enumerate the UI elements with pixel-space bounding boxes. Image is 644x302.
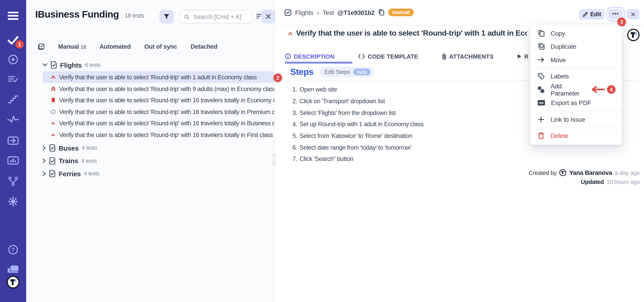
status-badge: manual — [388, 8, 414, 16]
analytics-icon[interactable] — [0, 156, 26, 165]
folder-ferries[interactable]: Ferries 4 tests — [42, 169, 100, 178]
breadcrumb-folder[interactable]: Flights — [295, 9, 313, 16]
import-icon[interactable] — [0, 136, 26, 146]
folder-trains[interactable]: Trains 4 tests — [42, 157, 97, 165]
info-icon — [285, 53, 291, 59]
svg-text:?: ? — [12, 247, 15, 253]
tab-manual[interactable]: Manual18 — [58, 43, 86, 50]
steps-icon[interactable] — [0, 95, 26, 105]
reporter-avatar[interactable] — [627, 28, 640, 41]
test-row[interactable]: Verify that the user is able to select '… — [43, 117, 274, 129]
author-name[interactable]: Yana Baranova — [569, 169, 612, 176]
suite-doc-icon — [50, 61, 57, 68]
test-row[interactable]: Verify that the user is able to select '… — [43, 129, 274, 141]
test-row[interactable]: Verify that the user is able to select '… — [43, 83, 274, 95]
chevron-right-icon[interactable] — [42, 145, 46, 150]
menu-item-duplicate[interactable]: Duplicate — [530, 40, 622, 53]
settings-gear-icon[interactable] — [0, 196, 26, 207]
docs-icon[interactable] — [0, 264, 26, 274]
search-box[interactable] — [180, 10, 252, 23]
menu-item-labels[interactable]: Labels — [530, 70, 622, 83]
test-id[interactable]: @T1e9301b2 — [338, 9, 375, 16]
tab-description[interactable]: DESCRIPTION — [285, 53, 334, 60]
help-icon[interactable]: ? — [0, 244, 26, 255]
project-title: IBusiness Funding — [35, 9, 119, 20]
hamburger-menu-icon[interactable] — [0, 11, 26, 21]
priority-high-icon — [50, 74, 56, 80]
run-play-icon[interactable] — [0, 54, 26, 65]
tab-out-of-sync[interactable]: Out of sync — [144, 43, 177, 50]
tab-run[interactable]: R — [517, 53, 528, 60]
step-item: 2.Click on 'Transport' dropdown list — [292, 95, 424, 107]
close-icon: ✕ — [630, 10, 636, 18]
annotation-badge-1: 1 — [15, 40, 24, 49]
code-icon — [358, 54, 365, 59]
duplicate-icon — [538, 43, 545, 50]
folder-buses[interactable]: Buses 4 tests — [42, 144, 97, 152]
folder-flights[interactable]: Flights 6 tests — [42, 61, 100, 69]
menu-divider — [530, 127, 622, 128]
test-row-selected[interactable]: Verify that the user is able to select '… — [43, 71, 274, 83]
menu-item-delete[interactable]: Delete — [530, 129, 622, 142]
created-by-line: Created by Yana Baranova a day ago — [529, 168, 640, 177]
annotation-badge-4: 4 — [607, 85, 616, 94]
created-time: a day ago — [615, 169, 640, 176]
priority-normal-icon — [50, 109, 56, 114]
checklist-icon[interactable] — [38, 43, 45, 50]
play-icon — [517, 54, 522, 59]
menu-item-export-pdf[interactable]: PDF Export as PDF — [530, 96, 622, 109]
menu-item-add-parameter[interactable]: Add Parameter 4 — [530, 83, 622, 96]
edit-steps-button[interactable]: Edit Steps beta — [320, 67, 373, 77]
test-title-row: Verify that the user is able to select '… — [288, 29, 527, 38]
parameters-gears-icon — [538, 86, 545, 93]
breadcrumb-test-label: Test — [322, 9, 334, 16]
search-input[interactable] — [192, 13, 248, 20]
updated-time: 10 hours ago — [606, 178, 640, 185]
tab-code-template[interactable]: CODE TEMPLATE — [358, 53, 418, 60]
panel-close-button[interactable] — [261, 9, 275, 23]
pulse-icon[interactable] — [0, 115, 26, 124]
arrow-right-icon — [538, 57, 545, 63]
active-tab-underline — [285, 62, 352, 63]
annotation-badge-2: 2 — [274, 73, 282, 82]
priority-high-icon — [50, 121, 56, 126]
menu-item-move[interactable]: Move — [530, 53, 622, 66]
detail-close-button[interactable]: ✕ — [626, 9, 640, 19]
tab-automated[interactable]: Automated — [100, 43, 131, 50]
edit-button[interactable]: Edit — [579, 9, 605, 19]
filter-button[interactable] — [159, 10, 174, 23]
test-row[interactable]: Verify that the user is able to select '… — [43, 94, 274, 106]
step-item: 5.Select from 'Katowice' to 'Rome' desti… — [292, 130, 424, 142]
priority-critical-icon — [50, 86, 56, 91]
app-root: ? 1 IBusiness Funding 18 tests Ma — [0, 0, 644, 302]
menu-item-link-to-issue[interactable]: Link to Issue — [530, 113, 622, 126]
menu-item-copy[interactable]: Copy — [530, 26, 622, 40]
pencil-icon — [582, 11, 588, 17]
tab-attachments[interactable]: ATTACHMENTS — [442, 53, 494, 60]
branches-icon[interactable] — [0, 176, 26, 187]
updated-line: Updated 10 hours ago — [529, 177, 640, 186]
chevron-down-icon[interactable] — [42, 63, 48, 67]
close-icon — [265, 13, 271, 19]
chevron-right-icon[interactable] — [42, 171, 46, 176]
priority-high-icon — [50, 132, 56, 137]
ellipsis-icon: ••• — [612, 10, 619, 16]
menu-divider — [530, 111, 622, 111]
test-row[interactable]: Verify that the user is able to select '… — [43, 106, 274, 118]
test-runs-icon[interactable] — [0, 74, 26, 84]
test-meta: Created by Yana Baranova a day ago Updat… — [529, 168, 640, 186]
steps-heading: Steps — [290, 67, 314, 77]
paperclip-icon — [442, 53, 446, 60]
breadcrumb-separator: › — [317, 9, 319, 16]
panel-resize-handle[interactable] — [272, 153, 276, 166]
steps-header: Steps Edit Steps beta — [290, 67, 373, 77]
detail-tabs: DESCRIPTION CODE TEMPLATE ATTACHMENTS R — [285, 50, 528, 62]
beta-badge: beta — [354, 68, 370, 75]
copy-id-icon[interactable] — [378, 9, 384, 16]
funnel-icon — [163, 13, 170, 20]
project-tests-count: 18 tests — [125, 13, 144, 19]
tab-detached[interactable]: Detached — [191, 43, 218, 50]
chevron-right-icon[interactable] — [42, 158, 46, 163]
app-logo[interactable] — [0, 276, 26, 289]
list-filter-tabs: Manual18 Automated Out of sync Detached — [26, 40, 274, 53]
